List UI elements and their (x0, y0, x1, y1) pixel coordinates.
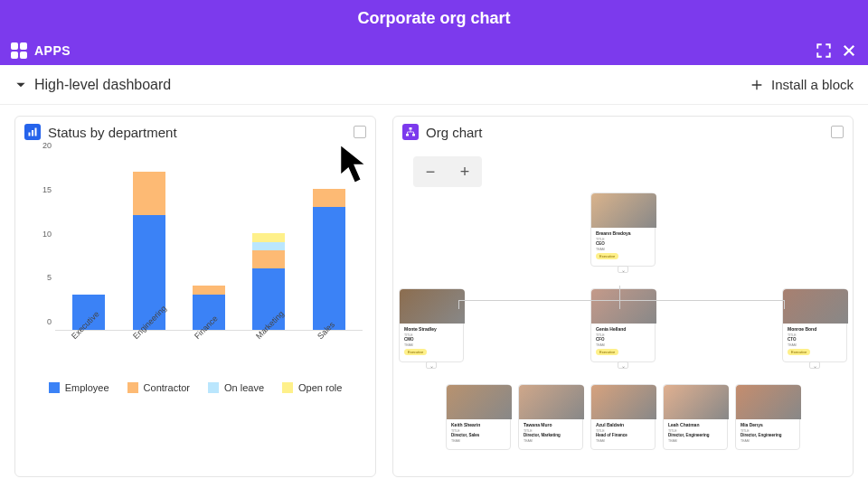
person-title: CMO (404, 337, 458, 342)
expand-button[interactable]: ⌄ (426, 361, 437, 369)
chart-body: 05101520 ExecutiveEngineeringFinanceMark… (15, 147, 375, 476)
apps-icon (11, 42, 27, 59)
avatar (783, 289, 848, 324)
bar-chart-icon (24, 124, 41, 140)
toolbar: APPS (0, 36, 868, 65)
org-row: Keith ShearinTITLEDirector, SalesTEAMTaw… (393, 384, 853, 450)
org-card[interactable]: Breann BredoyaTITLECEOTEAMExecutive⌄ (590, 192, 656, 267)
person-name: Leah Chatman (668, 422, 722, 427)
svg-rect-3 (410, 127, 412, 130)
org-panel-title: Org chart (426, 125, 483, 140)
org-card[interactable]: Monte StradleyTITLECMOTEAMExecutive⌄ (399, 288, 464, 362)
sub-header: High-level dashboard Install a block (0, 65, 868, 105)
avatar (400, 289, 465, 324)
install-label: Install a block (771, 77, 854, 92)
plus-icon (750, 78, 764, 92)
person-title: Director, Engineering (668, 433, 722, 437)
chart-plot (55, 155, 363, 331)
apps-button[interactable]: APPS (34, 43, 71, 58)
legend-item: Employee (49, 382, 109, 393)
avatar (664, 385, 729, 419)
org-card[interactable]: Keith ShearinTITLEDirector, SalesTEAM (446, 384, 511, 450)
dashboard-label: High-level dashboard (34, 77, 171, 93)
app-title: Corporate org chart (357, 9, 510, 28)
org-chart-icon (402, 124, 419, 140)
dashboard-toggle[interactable]: High-level dashboard (14, 77, 171, 93)
org-body[interactable]: − + Breann BredoyaTITLECEOTEAMExecutive⌄… (393, 147, 853, 476)
team-badge: Executive (596, 349, 618, 355)
chart-panel: Status by department 05101520 ExecutiveE… (14, 116, 376, 477)
person-title: Director, Engineering (741, 433, 795, 437)
toolbar-left: APPS (11, 42, 71, 59)
person-name: Breann Bredoya (596, 230, 650, 236)
person-name: Monte Stradley (404, 326, 458, 332)
person-name: Monroe Bond (788, 326, 842, 332)
org-expand-button[interactable] (831, 126, 844, 138)
org-card[interactable]: Leah ChatmanTITLEDirector, EngineeringTE… (663, 384, 728, 450)
org-panel: Org chart − + Breann BredoyaTITLECEOTEAM… (392, 116, 854, 477)
person-name: Tawana Muro (524, 422, 578, 427)
install-block-button[interactable]: Install a block (750, 77, 854, 92)
expand-button[interactable]: ⌄ (618, 266, 628, 273)
svg-rect-5 (412, 134, 415, 136)
person-title: CFO (596, 337, 650, 342)
avatar (591, 289, 656, 324)
zoom-in-button[interactable]: + (448, 156, 482, 187)
close-icon[interactable] (841, 42, 857, 59)
toolbar-right (816, 42, 857, 59)
avatar (591, 385, 656, 419)
person-name: Keith Shearin (451, 422, 505, 427)
person-title: Director, Sales (451, 433, 505, 437)
org-panel-head: Org chart (393, 117, 853, 147)
avatar (519, 385, 584, 419)
team-badge: Executive (788, 349, 810, 355)
svg-rect-1 (32, 130, 33, 136)
person-title: CTO (788, 337, 842, 342)
chart-expand-button[interactable] (354, 126, 366, 138)
bar-sales[interactable] (313, 189, 345, 330)
person-name: Mia Denys (741, 422, 795, 427)
person-title: Head of Finance (596, 433, 650, 437)
org-row: Breann BredoyaTITLECEOTEAMExecutive⌄ (393, 192, 853, 267)
team-badge: Executive (596, 253, 618, 259)
person-title: CEO (596, 241, 650, 246)
org-card[interactable]: Mia DenysTITLEDirector, EngineeringTEAM (735, 384, 800, 450)
chart-panel-head: Status by department (15, 117, 375, 147)
expand-button[interactable]: ⌄ (618, 361, 628, 369)
zoom-out-button[interactable]: − (413, 156, 448, 187)
legend-item: Open role (282, 382, 342, 393)
person-title: Director, Marketing (524, 433, 578, 437)
zoom-controls: − + (413, 156, 482, 187)
app-header: Corporate org chart (0, 0, 868, 36)
expand-button[interactable]: ⌄ (809, 361, 820, 369)
legend-item: On leave (208, 382, 264, 393)
chart-legend: EmployeeContractorOn leaveOpen role (28, 382, 363, 393)
body: Status by department 05101520 ExecutiveE… (0, 105, 868, 488)
org-card[interactable]: Azul BaldwinTITLEHead of FinanceTEAM (590, 384, 656, 450)
person-name: Azul Baldwin (596, 422, 650, 427)
fullscreen-icon[interactable] (816, 42, 832, 59)
team-badge: Executive (404, 349, 427, 355)
chart-panel-title: Status by department (48, 125, 177, 140)
svg-rect-2 (35, 128, 37, 136)
avatar (736, 385, 801, 419)
person-name: Genia Helland (596, 326, 650, 332)
legend-item: Contractor (127, 382, 190, 393)
avatar (591, 193, 656, 228)
svg-rect-4 (406, 134, 409, 136)
svg-rect-0 (29, 133, 31, 136)
org-card[interactable]: Tawana MuroTITLEDirector, MarketingTEAM (518, 384, 583, 450)
caret-down-icon (14, 79, 27, 91)
org-card[interactable]: Monroe BondTITLECTOTEAMExecutive⌄ (782, 288, 847, 362)
avatar (447, 385, 512, 419)
